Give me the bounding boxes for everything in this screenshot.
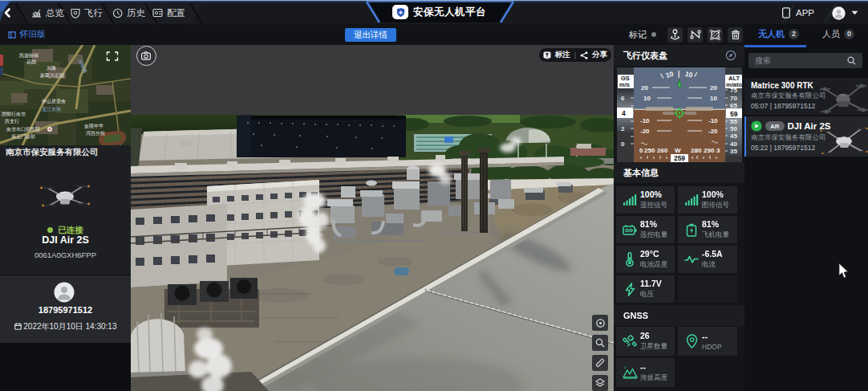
svg-text:70: 70: [730, 95, 737, 102]
svg-text:55: 55: [730, 118, 737, 125]
svg-text:6: 6: [621, 95, 625, 102]
svg-text:W: W: [675, 147, 681, 154]
svg-text:45: 45: [730, 132, 737, 140]
svg-text:10: 10: [643, 95, 651, 102]
svg-text:40: 40: [730, 141, 737, 148]
svg-text:-20: -20: [640, 128, 650, 135]
svg-text:59: 59: [730, 110, 738, 118]
svg-text:259: 259: [674, 154, 685, 162]
svg-text:m/ato: m/ato: [726, 81, 742, 88]
svg-text:20: 20: [641, 84, 648, 92]
svg-text:0: 0: [621, 141, 625, 148]
svg-text:10: 10: [710, 95, 717, 102]
svg-text:-10: -10: [708, 117, 718, 124]
svg-text:|: |: [678, 70, 679, 78]
svg-text:2: 2: [621, 125, 625, 132]
svg-text:260: 260: [657, 147, 668, 154]
svg-text:50: 50: [730, 125, 737, 132]
svg-text:4: 4: [622, 109, 626, 117]
svg-text:250: 250: [644, 147, 655, 154]
svg-text:65: 65: [730, 102, 737, 109]
svg-text:-20: -20: [708, 128, 718, 135]
svg-text:m/s: m/s: [619, 81, 630, 88]
svg-text:280: 280: [691, 147, 702, 154]
svg-text:-10: -10: [640, 117, 650, 124]
svg-text:20: 20: [710, 84, 717, 92]
svg-text:3: 3: [716, 147, 720, 154]
svg-text:0: 0: [639, 147, 643, 154]
svg-text:290: 290: [704, 147, 715, 154]
svg-text:35: 35: [730, 148, 737, 155]
